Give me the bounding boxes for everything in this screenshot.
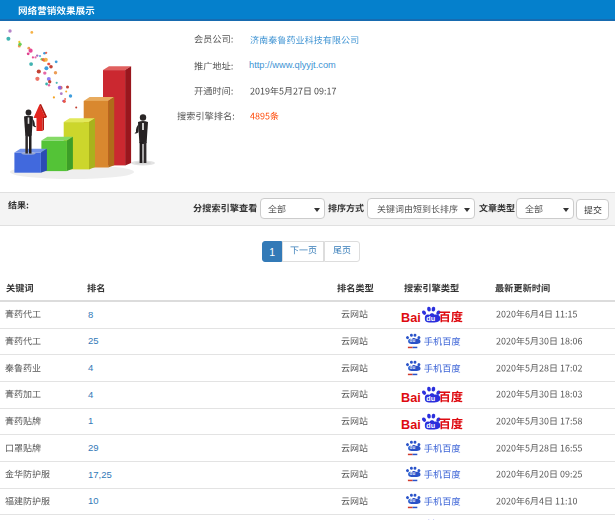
svg-text:du: du: [410, 338, 416, 343]
svg-text:Bai: Bai: [401, 418, 421, 432]
svg-text:du: du: [410, 498, 416, 503]
svg-text:du: du: [426, 314, 435, 323]
svg-text:du: du: [410, 445, 416, 450]
svg-text:du: du: [410, 472, 416, 477]
svg-text:du: du: [426, 394, 435, 403]
svg-text:du: du: [410, 365, 416, 370]
svg-text:du: du: [426, 421, 435, 430]
svg-text:Bai: Bai: [401, 311, 421, 325]
svg-text:Bai: Bai: [401, 391, 421, 405]
